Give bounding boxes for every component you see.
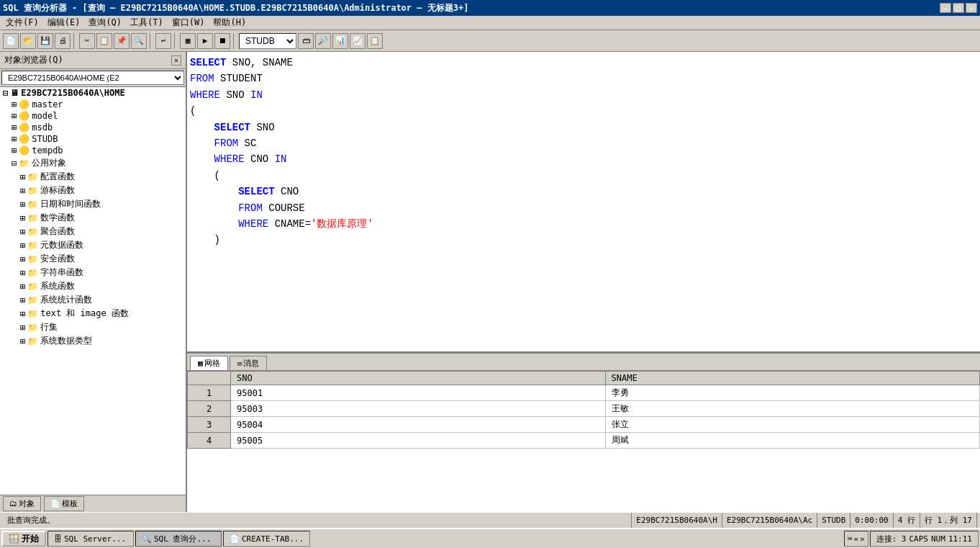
content-area: SELECT SNO, SNAME FROM STUDENT WHERE SNO…: [187, 52, 980, 512]
tree-item-master[interactable]: ⊞ 🟡 master: [0, 99, 186, 110]
row-num: 2: [188, 401, 231, 417]
tree-item-tempdb[interactable]: ⊞ 🟡 tempdb: [0, 145, 186, 156]
db-icon: 🟡: [19, 99, 30, 109]
taskbar-sqlanalyzer[interactable]: 🔍 SQL 查询分...: [135, 531, 222, 547]
menu-query[interactable]: 查询(Q): [84, 15, 126, 30]
toolbar-new[interactable]: 📄: [3, 33, 19, 49]
tree-item-security-fn[interactable]: ⊞ 📁 安全函数: [0, 252, 186, 266]
tree-item-datatype[interactable]: ⊞ 📁 系统数据类型: [0, 334, 186, 348]
taskbar-sqlserver-label: SQL Server...: [64, 534, 126, 544]
tray-arrows2: »: [860, 534, 865, 544]
start-label: 开始: [22, 533, 39, 545]
toolbar-cut[interactable]: ✂: [79, 33, 95, 49]
tree-item-label: 字符串函数: [40, 266, 83, 279]
tree-item-model[interactable]: ⊞ 🟡 model: [0, 110, 186, 122]
tree-item-config-fn[interactable]: ⊞ 📁 配置函数: [0, 170, 186, 184]
db-icon: 🟡: [19, 111, 30, 121]
sqlanalyzer-icon: 🔍: [142, 534, 152, 544]
tree-item-server[interactable]: ⊟ 🖥 E29BC7215B0640A\HOME: [0, 87, 186, 99]
toolbar-open[interactable]: 📂: [20, 33, 36, 49]
menu-tools[interactable]: 工具(T): [126, 15, 168, 30]
tree-item-msdb[interactable]: ⊞ 🟡 msdb: [0, 122, 186, 133]
row-num: 3: [188, 417, 231, 433]
tree-item-sys-fn[interactable]: ⊞ 📁 系统函数: [0, 279, 186, 293]
tree-expand-icon: ⊞: [20, 199, 25, 210]
menu-file[interactable]: 文件(F): [1, 15, 43, 30]
toolbar-paste[interactable]: 📌: [114, 33, 130, 49]
menu-window[interactable]: 窗口(W): [168, 15, 209, 30]
status-rowcol: 行 1，列 17: [920, 513, 977, 528]
tree-item-rowset[interactable]: ⊞ 📁 行集: [0, 320, 186, 334]
folder-icon: 📁: [27, 172, 38, 182]
toolbar-db4[interactable]: 📈: [350, 33, 366, 49]
tree-item-text-fn[interactable]: ⊞ 📁 text 和 image 函数: [0, 307, 186, 320]
toolbar-stop[interactable]: ⏹: [214, 33, 230, 49]
objects-icon: 🗂: [9, 499, 17, 508]
toolbar-sep4: [233, 33, 236, 49]
tab-objects[interactable]: 🗂 对象: [3, 496, 41, 511]
toolbar-save[interactable]: 💾: [37, 33, 53, 49]
toolbar-db2[interactable]: 🔎: [315, 33, 331, 49]
toolbar-grid[interactable]: ▦: [180, 33, 196, 49]
maximize-button[interactable]: □: [953, 3, 964, 13]
toolbar-print[interactable]: 🖨: [55, 33, 71, 49]
tree-item-math-fn[interactable]: ⊞ 📁 数学函数: [0, 211, 186, 225]
tree-item-sysstat-fn[interactable]: ⊞ 📁 系统统计函数: [0, 293, 186, 307]
templates-icon: 📄: [50, 499, 60, 508]
tab-templates[interactable]: 📄 模板: [44, 496, 84, 511]
tree-item-string-fn[interactable]: ⊞ 📁 字符串函数: [0, 266, 186, 279]
taskbar-tray: ⌨ « »: [844, 531, 868, 547]
menu-edit[interactable]: 编辑(E): [43, 15, 85, 30]
toolbar-db3[interactable]: 📊: [332, 33, 348, 49]
sidebar-close-button[interactable]: ✕: [171, 55, 181, 66]
tree-item-label: 日期和时间函数: [40, 198, 101, 210]
taskbar-createtab[interactable]: 📄 CREATE-TAB...: [223, 531, 310, 547]
taskbar-createtab-label: CREATE-TAB...: [242, 534, 304, 544]
col-rownum-header: [188, 372, 231, 385]
tree-item-cursor-fn[interactable]: ⊞ 📁 游标函数: [0, 184, 186, 197]
tree-item-agg-fn[interactable]: ⊞ 📁 聚合函数: [0, 225, 186, 238]
sidebar-tree[interactable]: ⊟ 🖥 E29BC7215B0640A\HOME ⊞ 🟡 master ⊞ 🟡 …: [0, 87, 186, 495]
tab-messages[interactable]: ✉ 消息: [230, 356, 268, 370]
row-num: 1: [188, 385, 231, 401]
toolbar-sep2: [150, 33, 153, 49]
status-rows: 4 行: [894, 513, 920, 528]
tab-grid[interactable]: ▦ 网格: [190, 356, 228, 370]
tree-item-label: STUDB: [32, 134, 58, 144]
toolbar-find[interactable]: 🔍: [131, 33, 147, 49]
tray-arrows: «: [853, 534, 858, 544]
tree-item-public[interactable]: ⊟ 📁 公用对象: [0, 156, 186, 170]
results-tabs: ▦ 网格 ✉ 消息: [187, 354, 980, 371]
toolbar: 📄 📂 💾 🖨 ✂ 📋 📌 🔍 ↩ ▦ ▶ ⏹ STUDB master mod…: [0, 30, 980, 52]
tree-item-meta-fn[interactable]: ⊞ 📁 元数据函数: [0, 238, 186, 252]
connection-count: 连接: 3: [876, 534, 907, 544]
tab-objects-label: 对象: [19, 498, 35, 509]
start-button[interactable]: 🪟 开始: [1, 531, 46, 547]
menu-help[interactable]: 帮助(H): [209, 15, 250, 30]
tree-item-label: 数学函数: [40, 212, 75, 224]
toolbar-run[interactable]: ▶: [197, 33, 213, 49]
folder-icon: 📁: [27, 254, 38, 264]
database-selector[interactable]: STUDB master model msdb tempdb: [239, 33, 296, 49]
tree-item-studb[interactable]: ⊞ 🟡 STUDB: [0, 133, 186, 145]
tree-item-datetime-fn[interactable]: ⊞ 📁 日期和时间函数: [0, 197, 186, 211]
tree-expand-icon: ⊞: [20, 268, 25, 278]
close-button[interactable]: ✕: [966, 3, 977, 13]
toolbar-db1[interactable]: 🗃: [298, 33, 314, 49]
results-grid: SNO SNAME 1 95001 李勇 2 95003 王敏 3 95004 …: [187, 371, 980, 512]
sidebar-bottom-tabs: 🗂 对象 📄 模板: [0, 495, 186, 512]
toolbar-undo[interactable]: ↩: [155, 33, 171, 49]
query-editor[interactable]: SELECT SNO, SNAME FROM STUDENT WHERE SNO…: [187, 52, 980, 354]
toolbar-copy[interactable]: 📋: [96, 33, 112, 49]
sidebar-dropdown[interactable]: E29BC7215B0640A\HOME (E2: [1, 71, 184, 85]
toolbar-db5[interactable]: 📋: [367, 33, 383, 49]
tree-item-label: text 和 image 函数: [40, 307, 129, 320]
tree-expand-icon: ⊞: [20, 186, 25, 196]
status-message: 批查询完成。: [3, 513, 632, 528]
tree-item-label: 配置函数: [40, 171, 75, 183]
folder-icon: 📁: [27, 336, 38, 346]
tree-expand-icon: ⊞: [20, 309, 25, 319]
status-bar: 批查询完成。 E29BC7215B0640A\H E29BC7215B0640A…: [0, 512, 980, 528]
taskbar-sqlserver[interactable]: 🗄 SQL Server...: [47, 531, 134, 547]
minimize-button[interactable]: —: [940, 3, 951, 13]
